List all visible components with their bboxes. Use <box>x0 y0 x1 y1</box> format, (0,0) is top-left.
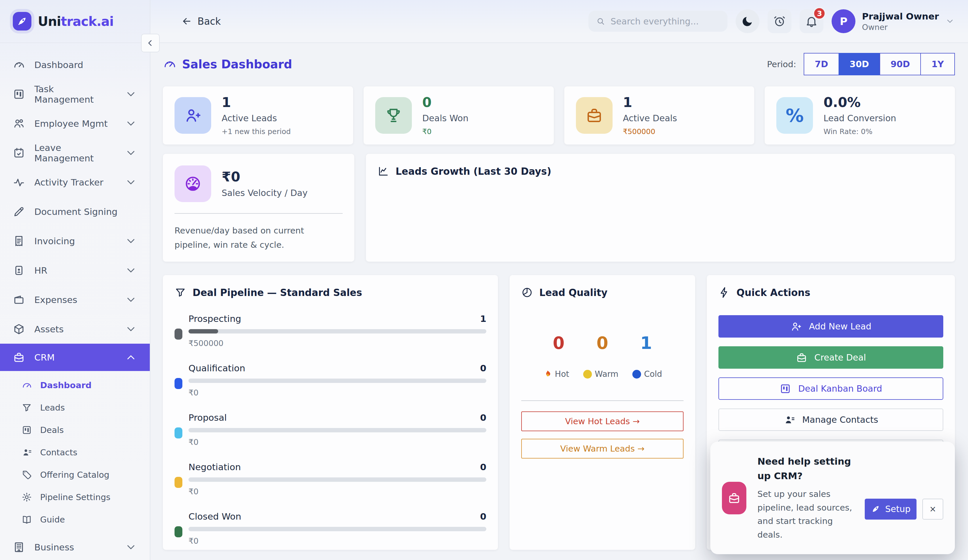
sidebar-item-invoicing[interactable]: Invoicing <box>0 226 150 255</box>
chevron-down-icon <box>125 294 137 306</box>
activity-icon <box>13 176 25 189</box>
sidebar-item-label: Expenses <box>34 295 116 305</box>
leads-growth-title: Leads Growth (Last 30 Days) <box>378 166 943 177</box>
bolt-icon <box>718 287 730 298</box>
sidebar-item-label: Document Signing <box>34 206 137 217</box>
sidebar-item-employee-mgmt[interactable]: Employee Mgmt <box>0 109 150 138</box>
chevron-up-icon <box>125 351 137 363</box>
stage-color-dot <box>174 526 182 537</box>
sidebar-item-leave-management[interactable]: Leave Management <box>0 138 150 167</box>
manage-contacts-button[interactable]: Manage Contacts <box>718 409 943 431</box>
sidebar-item-dashboard[interactable]: Dashboard <box>0 50 150 80</box>
sidebar-item-activity-tracker[interactable]: Activity Tracker <box>0 167 150 197</box>
pipeline-stage-prospecting: Prospecting1 ₹500000 <box>174 313 486 348</box>
chevron-down-icon <box>125 235 137 247</box>
create-deal-button[interactable]: Create Deal <box>718 346 943 369</box>
chevron-left-icon <box>146 38 155 48</box>
rocket-icon <box>870 504 880 514</box>
sidebar-item-label: CRM <box>34 352 116 363</box>
sidebar-collapse-button[interactable] <box>141 34 160 52</box>
stage-amount: ₹0 <box>189 388 486 397</box>
stats-row: 1 Active Leads +1 new this period 0 Deal… <box>163 86 955 144</box>
stage-amount: ₹0 <box>189 437 486 447</box>
briefcase-icon <box>576 97 613 134</box>
user-plus-icon <box>790 321 802 332</box>
pipeline-stage-negotiation: Negotiation0 ₹0 <box>174 462 486 496</box>
setup-button[interactable]: Setup <box>865 499 917 520</box>
avatar: P <box>832 9 855 33</box>
search-input[interactable] <box>610 16 720 27</box>
crm-submenu-guide[interactable]: Guide <box>0 508 150 531</box>
lead-quality-title: Lead Quality <box>521 287 683 298</box>
deal-kanban-board-button[interactable]: Deal Kanban Board <box>718 378 943 400</box>
stat-sub: ₹500000 <box>623 128 677 136</box>
wallet-icon <box>13 294 25 306</box>
stage-color-dot <box>174 427 182 439</box>
profile-menu[interactable]: P Prajjwal Owner Owner <box>832 9 955 33</box>
chevron-down-icon <box>125 323 137 335</box>
alarm-clock-icon <box>773 15 786 28</box>
notifications-button[interactable]: 3 <box>800 9 824 33</box>
lead-quality-card: Lead Quality 0 0 1 Hot <box>510 275 695 550</box>
crm-submenu-contacts[interactable]: Contacts <box>0 441 150 464</box>
sidebar-item-label: Dashboard <box>34 60 137 70</box>
moon-icon <box>741 15 754 28</box>
stat-value: 0 <box>422 95 469 110</box>
stage-color-dot <box>174 378 182 389</box>
period-1y-button[interactable]: 1Y <box>920 53 955 75</box>
crm-submenu-pipeline-settings[interactable]: Pipeline Settings <box>0 486 150 508</box>
sidebar-item-hr[interactable]: HR <box>0 255 150 285</box>
stat-value: 1 <box>623 95 677 110</box>
toast-title: Need help setting up CRM? <box>757 454 854 483</box>
sidebar-item-crm[interactable]: CRM <box>0 344 150 371</box>
add-new-lead-button[interactable]: Add New Lead <box>718 315 943 338</box>
top-bar: Back 3 P Prajjwal Owner Owner <box>150 0 968 43</box>
view-hot-leads-button[interactable]: View Hot Leads → <box>521 411 683 431</box>
briefcase-icon <box>722 482 746 514</box>
divider <box>521 400 683 401</box>
sidebar-nav: Dashboard Task Management Employee Mgmt … <box>0 43 150 560</box>
sidebar-item-label: Invoicing <box>34 236 116 246</box>
sidebar-item-document-signing[interactable]: Document Signing <box>0 197 150 226</box>
chevron-down-icon <box>125 147 137 159</box>
crm-submenu-offering-catalog[interactable]: Offering Catalog <box>0 464 150 486</box>
stat-label: Deals Won <box>422 113 469 123</box>
pie-chart-icon <box>521 287 533 298</box>
warm-count: 0 <box>597 333 608 353</box>
sidebar-item-expenses[interactable]: Expenses <box>0 285 150 314</box>
sidebar-item-assets[interactable]: Assets <box>0 314 150 344</box>
sidebar-item-label: Activity Tracker <box>34 177 116 187</box>
dark-mode-toggle[interactable] <box>736 9 759 33</box>
crm-submenu-dashboard[interactable]: Dashboard <box>0 374 150 396</box>
velocity-value: ₹0 <box>222 169 308 184</box>
stat-value: 0.0% <box>824 95 896 110</box>
period-30d-button[interactable]: 30D <box>839 53 880 75</box>
back-button[interactable]: Back <box>181 16 221 27</box>
notification-badge: 3 <box>813 7 826 20</box>
stage-progress-track <box>189 477 486 482</box>
stage-progress-track <box>189 527 486 531</box>
back-label: Back <box>197 16 221 27</box>
sidebar-item-task-management[interactable]: Task Management <box>0 80 150 109</box>
kanban-icon <box>13 88 25 100</box>
period-selector: Period: 7D 30D 90D 1Y <box>767 53 955 75</box>
view-warm-leads-button[interactable]: View Warm Leads → <box>521 439 683 459</box>
receipt-icon <box>13 235 25 247</box>
chevron-down-icon <box>125 264 137 277</box>
crm-submenu-leads[interactable]: Leads <box>0 396 150 419</box>
funnel-icon <box>174 287 186 298</box>
sidebar-item-label: Business <box>34 542 116 552</box>
global-search <box>588 11 728 32</box>
rocket-icon <box>13 12 31 30</box>
crm-submenu-deals[interactable]: Deals <box>0 419 150 441</box>
period-7d-button[interactable]: 7D <box>804 53 839 75</box>
sidebar-item-business[interactable]: Business <box>0 532 150 560</box>
gear-icon <box>22 492 32 502</box>
stat-sub: +1 new this period <box>222 128 291 136</box>
close-toast-button[interactable]: × <box>922 499 943 520</box>
briefcase-icon <box>13 351 25 363</box>
reminders-button[interactable] <box>767 9 791 33</box>
percent-icon: % <box>776 97 813 134</box>
period-90d-button[interactable]: 90D <box>880 53 921 75</box>
sidebar-item-label: HR <box>34 265 116 276</box>
